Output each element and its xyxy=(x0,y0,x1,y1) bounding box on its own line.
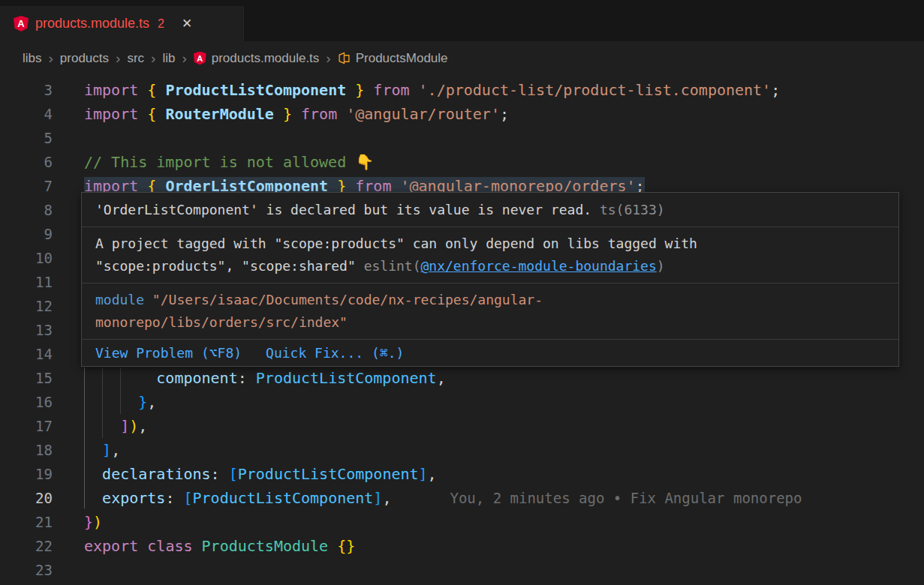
vscode-editor-window: A products.module.ts 2 ✕ libs › products… xyxy=(0,0,924,585)
tab-bar: A products.module.ts 2 ✕ xyxy=(0,0,924,41)
line-number[interactable]: 6 xyxy=(0,150,53,174)
code-line-15[interactable]: 15 component: ProductListComponent, xyxy=(0,366,924,390)
code-text: ]), xyxy=(84,414,147,438)
code-line-21[interactable]: 21}) xyxy=(0,510,924,534)
code-text: import { RouterModule } from '@angular/r… xyxy=(84,102,509,126)
line-number[interactable]: 8 xyxy=(0,198,53,222)
code-line-23[interactable]: 23 xyxy=(0,558,924,582)
line-number[interactable]: 19 xyxy=(0,462,53,486)
line-number[interactable]: 10 xyxy=(0,246,53,270)
line-number[interactable]: 12 xyxy=(0,294,53,318)
chevron-right-icon: › xyxy=(150,50,156,67)
code-text: import { ProductListComponent } from './… xyxy=(84,78,780,102)
module-path: module "/Users/isaac/Documents/code/nx-r… xyxy=(82,284,898,339)
chevron-right-icon: › xyxy=(181,50,187,67)
code-text: export class ProductsModule {} xyxy=(84,534,355,558)
line-number[interactable]: 20 xyxy=(0,486,53,510)
code-line-5[interactable]: 5 xyxy=(0,126,924,150)
breadcrumb-item-file[interactable]: A products.module.ts xyxy=(194,51,320,66)
line-number[interactable]: 14 xyxy=(0,342,53,366)
tab-products-module[interactable]: A products.module.ts 2 ✕ xyxy=(0,6,244,41)
code-line-19[interactable]: 19 declarations: [ProductListComponent], xyxy=(0,462,924,486)
line-number[interactable]: 5 xyxy=(0,126,53,150)
code-line-22[interactable]: 22export class ProductsModule {} xyxy=(0,534,924,558)
hover-tooltip: 'OrderListComponent' is declared but its… xyxy=(81,192,899,367)
eslint-error-message: A project tagged with "scope:products" c… xyxy=(82,227,898,283)
tab-problem-count-badge: 2 xyxy=(158,17,164,31)
code-line-16[interactable]: 16 }, xyxy=(0,390,924,414)
line-number[interactable]: 23 xyxy=(0,558,53,582)
line-number[interactable]: 22 xyxy=(0,534,53,558)
ts-error-message: 'OrderListComponent' is declared but its… xyxy=(82,193,898,226)
module-path-line2: monorepo/libs/orders/src/index" xyxy=(95,311,885,334)
chevron-right-icon: › xyxy=(48,50,54,67)
ts-error-text: 'OrderListComponent' is declared but its… xyxy=(95,202,591,218)
breadcrumb-file-label: products.module.ts xyxy=(212,51,320,66)
angular-icon: A xyxy=(194,52,206,65)
module-keyword: module xyxy=(95,292,144,308)
breadcrumb-item-lib[interactable]: lib xyxy=(162,51,175,66)
class-symbol-icon xyxy=(338,52,351,64)
code-text: component: ProductListComponent, xyxy=(84,366,446,390)
breadcrumb-item-symbol[interactable]: ProductsModule xyxy=(338,51,448,66)
code-line-4[interactable]: 4import { RouterModule } from '@angular/… xyxy=(0,102,924,126)
eslint-rule-suffix: ) xyxy=(657,258,665,274)
line-number[interactable]: 9 xyxy=(0,222,53,246)
breadcrumb-item-products[interactable]: products xyxy=(60,51,109,66)
close-icon[interactable]: ✕ xyxy=(182,16,192,32)
line-number[interactable]: 4 xyxy=(0,102,53,126)
indent-guide xyxy=(120,368,121,414)
quick-fix-button[interactable]: Quick Fix... (⌘.) xyxy=(266,343,404,363)
code-line-20[interactable]: 20 exports: [ProductListComponent],You, … xyxy=(0,486,924,510)
tab-title: products.module.ts xyxy=(35,16,149,32)
code-text: ], xyxy=(84,438,120,462)
line-number[interactable]: 17 xyxy=(0,414,53,438)
line-number[interactable]: 18 xyxy=(0,438,53,462)
indent-guide xyxy=(84,368,85,508)
code-text: }) xyxy=(84,510,102,534)
breadcrumb-item-libs[interactable]: libs xyxy=(23,51,42,66)
hover-actions: View Problem (⌥F8) Quick Fix... (⌘.) xyxy=(82,340,898,366)
line-number[interactable]: 13 xyxy=(0,318,53,342)
code-line-6[interactable]: 6// This import is not allowed 👇 xyxy=(0,150,924,174)
angular-icon: A xyxy=(14,16,29,32)
code-text: declarations: [ProductListComponent], xyxy=(84,462,437,486)
line-number[interactable]: 21 xyxy=(0,510,53,534)
line-number[interactable]: 15 xyxy=(0,366,53,390)
code-line-17[interactable]: 17 ]), xyxy=(0,414,924,438)
line-number[interactable]: 3 xyxy=(0,78,53,102)
code-line-3[interactable]: 3import { ProductListComponent } from '.… xyxy=(0,78,924,102)
eslint-error-line2: "scope:products", "scope:shared" xyxy=(95,258,364,274)
chevron-right-icon: › xyxy=(325,50,331,67)
line-number[interactable]: 11 xyxy=(0,270,53,294)
breadcrumb: libs › products › src › lib › A products… xyxy=(0,41,924,75)
code-text: exports: [ProductListComponent],You, 2 m… xyxy=(84,486,802,510)
breadcrumb-symbol-label: ProductsModule xyxy=(356,51,448,66)
eslint-error-line1: A project tagged with "scope:products" c… xyxy=(95,232,885,255)
line-number[interactable]: 16 xyxy=(0,390,53,414)
code-text: // This import is not allowed 👇 xyxy=(84,150,374,174)
eslint-rule-prefix: eslint( xyxy=(364,258,421,274)
ts-error-code: ts(6133) xyxy=(591,202,665,218)
git-blame-annotation: You, 2 minutes ago • Fix Angular monorep… xyxy=(450,490,802,506)
chevron-right-icon: › xyxy=(115,50,121,67)
code-line-18[interactable]: 18 ], xyxy=(0,438,924,462)
module-path-line1: "/Users/isaac/Documents/code/nx-recipes/… xyxy=(144,292,543,308)
indent-guide xyxy=(102,368,103,438)
breadcrumb-item-src[interactable]: src xyxy=(127,51,144,66)
line-number[interactable]: 7 xyxy=(0,174,53,198)
view-problem-button[interactable]: View Problem (⌥F8) xyxy=(95,343,242,363)
eslint-rule-link[interactable]: @nx/enforce-module-boundaries xyxy=(420,258,656,274)
